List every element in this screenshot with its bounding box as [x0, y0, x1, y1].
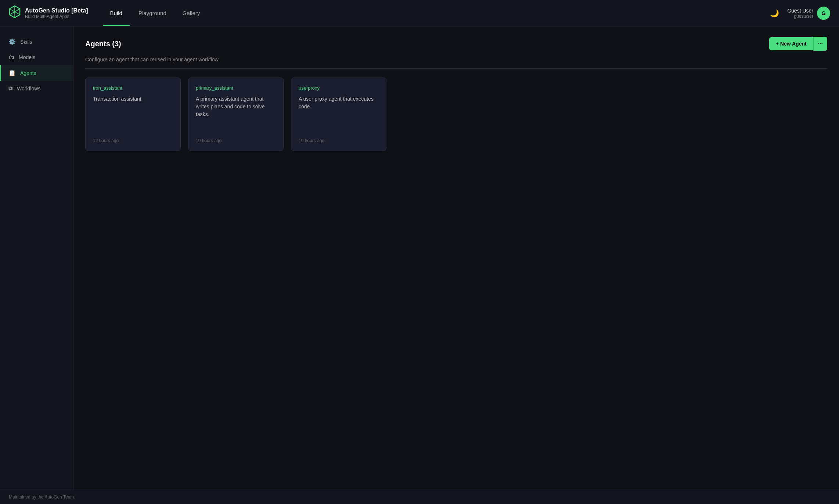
sidebar-item-models[interactable]: 🗂 Models — [0, 50, 73, 65]
agents-grid: trxn_assistant Transaction assistant 12 … — [85, 78, 827, 151]
logo-text: AutoGen Studio [Beta] Build Multi-Agent … — [25, 7, 88, 19]
tab-playground[interactable]: Playground — [131, 0, 174, 26]
agents-icon: 📋 — [8, 69, 16, 76]
header: AutoGen Studio [Beta] Build Multi-Agent … — [0, 0, 839, 26]
header-right: 🌙 Guest User guestuser G — [768, 7, 830, 20]
agent-desc-trxn: Transaction assistant — [93, 95, 173, 103]
agent-name-primary: primary_assistant — [196, 85, 276, 91]
more-options-button[interactable]: ··· — [813, 37, 827, 51]
agent-name-trxn: trxn_assistant — [93, 85, 173, 91]
agent-time-trxn: 12 hours ago — [93, 138, 173, 143]
agent-time-userproxy: 19 hours ago — [299, 138, 379, 143]
sidebar: ⚙️ Skills 🗂 Models 📋 Agents ⧉ Workflows — [0, 26, 73, 504]
app-body: ⚙️ Skills 🗂 Models 📋 Agents ⧉ Workflows … — [0, 26, 839, 504]
header-actions: + New Agent ··· — [769, 37, 827, 51]
page-subtitle: Configure an agent that can reused in yo… — [85, 57, 827, 69]
models-icon: 🗂 — [8, 54, 14, 61]
tab-gallery[interactable]: Gallery — [175, 0, 208, 26]
footer-text: Maintained by the AutoGen Team. — [9, 494, 75, 500]
user-text: Guest User guestuser — [787, 8, 813, 19]
agent-desc-userproxy: A user proxy agent that executes code. — [299, 95, 379, 111]
footer: Maintained by the AutoGen Team. — [0, 490, 839, 504]
main-content: Agents (3) + New Agent ··· Configure an … — [73, 26, 839, 504]
agent-name-userproxy: userproxy — [299, 85, 379, 91]
sidebar-label-models: Models — [19, 54, 35, 60]
sidebar-label-skills: Skills — [20, 39, 32, 45]
agent-card-trxn-assistant[interactable]: trxn_assistant Transaction assistant 12 … — [85, 78, 181, 151]
sidebar-label-agents: Agents — [20, 70, 36, 76]
user-info: Guest User guestuser G — [787, 7, 830, 20]
avatar[interactable]: G — [817, 7, 830, 20]
sidebar-label-workflows: Workflows — [17, 86, 40, 91]
app-tagline: Build Multi-Agent Apps — [25, 14, 88, 19]
sidebar-item-skills[interactable]: ⚙️ Skills — [0, 34, 73, 50]
user-username: guestuser — [787, 14, 813, 19]
agent-desc-primary: A primary assistant agent that writes pl… — [196, 95, 276, 118]
agent-card-primary-assistant[interactable]: primary_assistant A primary assistant ag… — [188, 78, 284, 151]
tab-build[interactable]: Build — [103, 0, 130, 26]
sidebar-item-agents[interactable]: 📋 Agents — [0, 65, 73, 81]
logo-area: AutoGen Studio [Beta] Build Multi-Agent … — [9, 5, 88, 21]
sidebar-item-workflows[interactable]: ⧉ Workflows — [0, 81, 73, 96]
page-title: Agents (3) — [85, 40, 121, 48]
theme-toggle-button[interactable]: 🌙 — [768, 7, 781, 20]
skills-icon: ⚙️ — [8, 38, 16, 45]
page-header: Agents (3) + New Agent ··· — [85, 37, 827, 51]
new-agent-button[interactable]: + New Agent — [769, 37, 813, 50]
agent-card-userproxy[interactable]: userproxy A user proxy agent that execut… — [291, 78, 386, 151]
nav-tabs: Build Playground Gallery — [103, 0, 208, 26]
workflows-icon: ⧉ — [8, 85, 12, 92]
app-name: AutoGen Studio [Beta] — [25, 7, 88, 14]
logo-icon — [9, 5, 21, 21]
user-display-name: Guest User — [787, 8, 813, 14]
agent-time-primary: 19 hours ago — [196, 138, 276, 143]
